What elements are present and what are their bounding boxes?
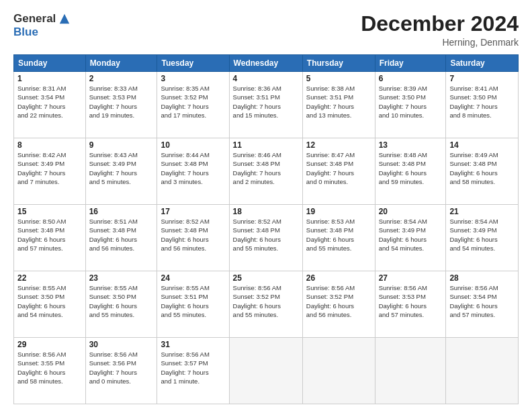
- calendar-day-cell: 1Sunrise: 8:31 AM Sunset: 3:54 PM Daylig…: [14, 72, 86, 138]
- logo-general-text: General: [13, 12, 56, 26]
- month-title: December 2024: [361, 12, 519, 36]
- day-number: 26: [306, 273, 371, 283]
- day-info: Sunrise: 8:54 AM Sunset: 3:49 PM Dayligh…: [449, 217, 515, 253]
- day-number: 4: [233, 74, 299, 83]
- day-info: Sunrise: 8:48 AM Sunset: 3:48 PM Dayligh…: [379, 150, 443, 186]
- weekday-header-row: SundayMondayTuesdayWednesdayThursdayFrid…: [14, 55, 519, 72]
- day-number: 28: [449, 273, 515, 283]
- day-number: 30: [89, 340, 154, 349]
- day-info: Sunrise: 8:33 AM Sunset: 3:53 PM Dayligh…: [89, 84, 154, 120]
- calendar-day-cell: 31Sunrise: 8:56 AM Sunset: 3:57 PM Dayli…: [157, 338, 229, 404]
- calendar-day-cell: 13Sunrise: 8:48 AM Sunset: 3:48 PM Dayli…: [375, 138, 446, 205]
- day-number: 15: [17, 207, 82, 216]
- calendar-day-cell: 17Sunrise: 8:52 AM Sunset: 3:48 PM Dayli…: [157, 205, 229, 271]
- calendar-day-cell: 16Sunrise: 8:51 AM Sunset: 3:48 PM Dayli…: [85, 205, 157, 271]
- day-info: Sunrise: 8:36 AM Sunset: 3:51 PM Dayligh…: [233, 84, 299, 120]
- day-info: Sunrise: 8:52 AM Sunset: 3:48 PM Dayligh…: [233, 217, 299, 253]
- day-number: 17: [161, 207, 225, 216]
- logo: General Blue: [13, 12, 71, 39]
- weekday-header: Wednesday: [229, 55, 302, 72]
- day-number: 6: [379, 74, 443, 83]
- day-info: Sunrise: 8:56 AM Sunset: 3:54 PM Dayligh…: [449, 283, 515, 319]
- day-number: 27: [379, 273, 443, 283]
- calendar-day-cell: 21Sunrise: 8:54 AM Sunset: 3:49 PM Dayli…: [446, 205, 519, 271]
- day-info: Sunrise: 8:47 AM Sunset: 3:48 PM Dayligh…: [306, 150, 371, 186]
- calendar-day-cell: 19Sunrise: 8:53 AM Sunset: 3:48 PM Dayli…: [302, 205, 375, 271]
- day-number: 14: [449, 140, 515, 150]
- day-number: 12: [306, 140, 371, 150]
- day-number: 31: [161, 340, 225, 349]
- day-number: 23: [89, 273, 154, 283]
- day-number: 5: [306, 74, 371, 83]
- calendar-day-cell: 26Sunrise: 8:56 AM Sunset: 3:52 PM Dayli…: [302, 271, 375, 338]
- calendar-week-row: 29Sunrise: 8:56 AM Sunset: 3:55 PM Dayli…: [14, 338, 519, 404]
- calendar-week-row: 22Sunrise: 8:55 AM Sunset: 3:50 PM Dayli…: [14, 271, 519, 338]
- calendar-day-cell: 12Sunrise: 8:47 AM Sunset: 3:48 PM Dayli…: [302, 138, 375, 205]
- logo-icon: [58, 13, 71, 25]
- weekday-header: Saturday: [446, 55, 519, 72]
- day-number: 13: [379, 140, 443, 150]
- title-block: December 2024 Herning, Denmark: [361, 12, 519, 48]
- day-number: 18: [233, 207, 299, 216]
- day-info: Sunrise: 8:31 AM Sunset: 3:54 PM Dayligh…: [17, 84, 82, 120]
- calendar-day-cell: [302, 338, 375, 404]
- day-number: 9: [89, 140, 154, 150]
- day-info: Sunrise: 8:53 AM Sunset: 3:48 PM Dayligh…: [306, 217, 371, 253]
- weekday-header: Friday: [375, 55, 446, 72]
- day-number: 21: [449, 207, 515, 216]
- day-info: Sunrise: 8:44 AM Sunset: 3:48 PM Dayligh…: [161, 150, 225, 186]
- calendar-day-cell: 14Sunrise: 8:49 AM Sunset: 3:48 PM Dayli…: [446, 138, 519, 205]
- day-info: Sunrise: 8:56 AM Sunset: 3:56 PM Dayligh…: [89, 350, 154, 385]
- day-info: Sunrise: 8:55 AM Sunset: 3:50 PM Dayligh…: [17, 283, 82, 319]
- weekday-header: Thursday: [302, 55, 375, 72]
- weekday-header: Sunday: [14, 55, 86, 72]
- weekday-header: Monday: [85, 55, 157, 72]
- calendar-day-cell: 11Sunrise: 8:46 AM Sunset: 3:48 PM Dayli…: [229, 138, 302, 205]
- calendar-day-cell: 20Sunrise: 8:54 AM Sunset: 3:49 PM Dayli…: [375, 205, 446, 271]
- location: Herning, Denmark: [361, 37, 519, 48]
- header: General Blue December 2024 Herning, Denm…: [13, 12, 519, 48]
- day-number: 22: [17, 273, 82, 283]
- day-info: Sunrise: 8:55 AM Sunset: 3:51 PM Dayligh…: [161, 283, 225, 319]
- day-number: 8: [17, 140, 82, 150]
- day-number: 2: [89, 74, 154, 83]
- calendar-day-cell: 2Sunrise: 8:33 AM Sunset: 3:53 PM Daylig…: [85, 72, 157, 138]
- page: General Blue December 2024 Herning, Denm…: [0, 0, 532, 411]
- day-info: Sunrise: 8:56 AM Sunset: 3:52 PM Dayligh…: [306, 283, 371, 319]
- day-number: 10: [161, 140, 225, 150]
- calendar-day-cell: 4Sunrise: 8:36 AM Sunset: 3:51 PM Daylig…: [229, 72, 302, 138]
- day-info: Sunrise: 8:56 AM Sunset: 3:55 PM Dayligh…: [17, 350, 82, 385]
- day-info: Sunrise: 8:56 AM Sunset: 3:52 PM Dayligh…: [233, 283, 299, 319]
- calendar-day-cell: 9Sunrise: 8:43 AM Sunset: 3:49 PM Daylig…: [85, 138, 157, 205]
- day-info: Sunrise: 8:56 AM Sunset: 3:57 PM Dayligh…: [161, 350, 225, 385]
- calendar-day-cell: [375, 338, 446, 404]
- day-info: Sunrise: 8:46 AM Sunset: 3:48 PM Dayligh…: [233, 150, 299, 186]
- calendar-week-row: 8Sunrise: 8:42 AM Sunset: 3:49 PM Daylig…: [14, 138, 519, 205]
- day-number: 20: [379, 207, 443, 216]
- calendar-day-cell: 3Sunrise: 8:35 AM Sunset: 3:52 PM Daylig…: [157, 72, 229, 138]
- day-info: Sunrise: 8:54 AM Sunset: 3:49 PM Dayligh…: [379, 217, 443, 253]
- calendar-day-cell: 8Sunrise: 8:42 AM Sunset: 3:49 PM Daylig…: [14, 138, 86, 205]
- calendar-day-cell: 15Sunrise: 8:50 AM Sunset: 3:48 PM Dayli…: [14, 205, 86, 271]
- day-number: 3: [161, 74, 225, 83]
- calendar-day-cell: 23Sunrise: 8:55 AM Sunset: 3:50 PM Dayli…: [85, 271, 157, 338]
- day-info: Sunrise: 8:55 AM Sunset: 3:50 PM Dayligh…: [89, 283, 154, 319]
- weekday-header: Tuesday: [157, 55, 229, 72]
- calendar-day-cell: 28Sunrise: 8:56 AM Sunset: 3:54 PM Dayli…: [446, 271, 519, 338]
- day-info: Sunrise: 8:39 AM Sunset: 3:50 PM Dayligh…: [379, 84, 443, 120]
- calendar-table: SundayMondayTuesdayWednesdayThursdayFrid…: [13, 54, 519, 404]
- day-info: Sunrise: 8:52 AM Sunset: 3:48 PM Dayligh…: [161, 217, 225, 253]
- day-info: Sunrise: 8:41 AM Sunset: 3:50 PM Dayligh…: [449, 84, 515, 120]
- day-info: Sunrise: 8:35 AM Sunset: 3:52 PM Dayligh…: [161, 84, 225, 120]
- calendar-week-row: 15Sunrise: 8:50 AM Sunset: 3:48 PM Dayli…: [14, 205, 519, 271]
- calendar-day-cell: 22Sunrise: 8:55 AM Sunset: 3:50 PM Dayli…: [14, 271, 86, 338]
- day-info: Sunrise: 8:38 AM Sunset: 3:51 PM Dayligh…: [306, 84, 371, 120]
- day-info: Sunrise: 8:56 AM Sunset: 3:53 PM Dayligh…: [379, 283, 443, 319]
- day-number: 16: [89, 207, 154, 216]
- day-number: 7: [449, 74, 515, 83]
- day-number: 24: [161, 273, 225, 283]
- calendar-day-cell: 6Sunrise: 8:39 AM Sunset: 3:50 PM Daylig…: [375, 72, 446, 138]
- svg-marker-0: [60, 14, 69, 24]
- calendar-day-cell: 27Sunrise: 8:56 AM Sunset: 3:53 PM Dayli…: [375, 271, 446, 338]
- calendar-day-cell: [446, 338, 519, 404]
